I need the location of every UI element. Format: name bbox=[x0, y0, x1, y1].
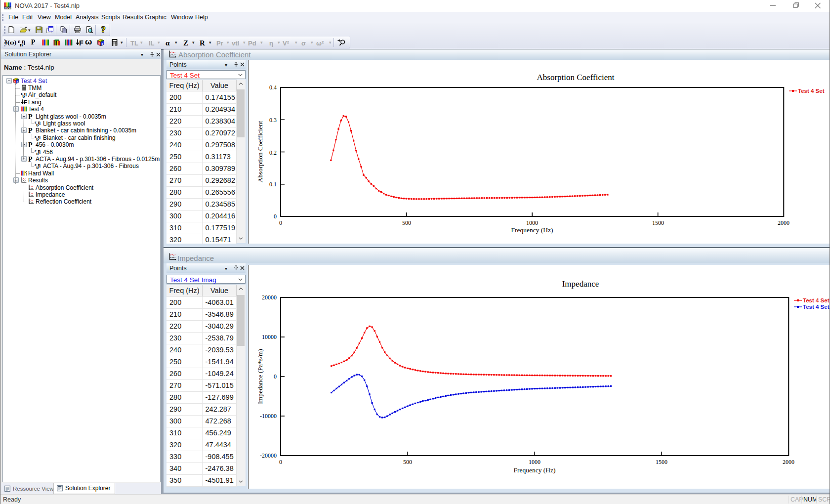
svg-text:υ: υ bbox=[36, 136, 39, 141]
svg-text:s: s bbox=[14, 80, 15, 83]
svg-text:?: ? bbox=[25, 170, 27, 176]
svg-text:s: s bbox=[98, 42, 100, 45]
svg-text:s: s bbox=[17, 80, 18, 83]
svg-text:υ: υ bbox=[22, 94, 25, 98]
svg-text:F: F bbox=[79, 39, 83, 46]
svg-text:F: F bbox=[24, 99, 27, 105]
svg-text:υ: υ bbox=[36, 122, 39, 126]
svg-text:NOVA: NOVA bbox=[4, 6, 12, 9]
svg-text:υ: υ bbox=[36, 151, 39, 155]
svg-text:υ: υ bbox=[36, 165, 39, 169]
svg-text:υ: υ bbox=[20, 42, 23, 47]
svg-text:s: s bbox=[102, 42, 104, 45]
